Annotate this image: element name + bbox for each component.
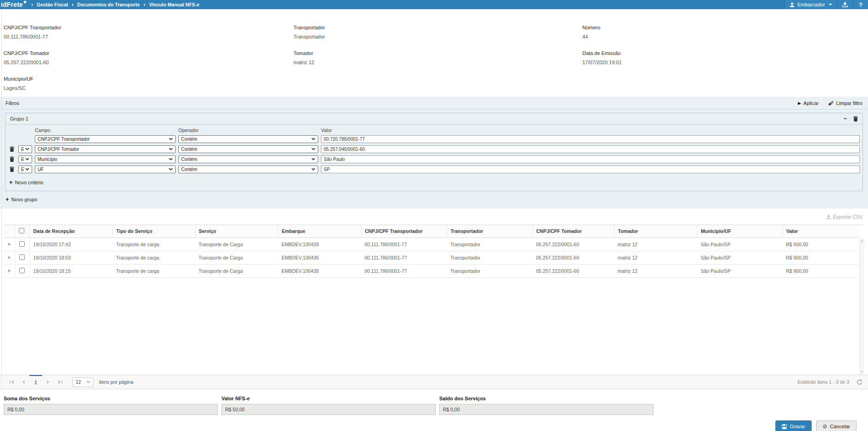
operador-select[interactable]: Contém xyxy=(178,135,318,143)
pagination-right: Exibindo itens 1 - 3 de 3 xyxy=(797,379,862,385)
user-menu-button[interactable]: Embarcador xyxy=(785,0,837,9)
column-header-tipo-servico[interactable]: Tipo do Serviço xyxy=(112,225,195,238)
clear-filter-button[interactable]: Limpar filtro xyxy=(828,100,862,106)
breadcrumb-gestao-fiscal[interactable]: Gestão Fiscal xyxy=(37,2,68,7)
operador-select-value: Contém xyxy=(181,137,311,142)
delete-criterion-button[interactable] xyxy=(8,156,16,162)
save-button-label: Gravar xyxy=(790,424,805,429)
download-button[interactable] xyxy=(837,0,853,9)
valor-input[interactable] xyxy=(321,166,860,173)
add-criterion-button[interactable]: + Novo critério xyxy=(9,180,862,185)
app-logo[interactable]: idFrete xyxy=(0,1,25,8)
table-cell: Transporte de Carga xyxy=(195,238,278,251)
column-header-transportador[interactable]: Transportador xyxy=(447,225,532,238)
previous-page-button[interactable] xyxy=(17,375,29,389)
collapse-group-button[interactable]: − xyxy=(843,116,847,121)
export-csv-button[interactable]: Exportar CSV xyxy=(826,214,862,220)
operador-select[interactable]: Contém xyxy=(178,145,318,153)
select-all-checkbox[interactable] xyxy=(19,228,24,233)
delete-group-button[interactable] xyxy=(853,116,858,122)
row-checkbox[interactable] xyxy=(19,254,25,260)
column-header-municipio-uf[interactable]: Município/UF xyxy=(697,225,782,238)
valor-nfse-input[interactable] xyxy=(221,404,436,415)
row-checkbox[interactable] xyxy=(19,241,25,247)
row-checkbox[interactable] xyxy=(19,268,25,273)
help-icon: ? xyxy=(859,1,862,8)
refresh-button[interactable] xyxy=(857,379,862,385)
last-page-button[interactable] xyxy=(54,375,66,389)
cancel-button[interactable]: ⊘ Cancelar xyxy=(816,420,857,431)
column-header-cnpj-transportador[interactable]: CNPJ/CPF Transportador xyxy=(361,225,447,238)
field-label: Tomador xyxy=(293,50,582,56)
column-header-cnpj-tomador[interactable]: CNPJ/CPF Tomador xyxy=(532,225,614,238)
conjunction-select[interactable]: E xyxy=(18,155,32,163)
first-page-button[interactable] xyxy=(6,375,17,389)
expand-column-header xyxy=(4,225,15,238)
add-group-button[interactable]: + Novo grupo xyxy=(6,197,868,202)
operador-select[interactable]: Contém xyxy=(178,155,318,163)
conjunction-select[interactable]: E xyxy=(18,166,32,173)
expand-row-button[interactable]: + xyxy=(7,254,11,261)
column-header-tomador[interactable]: Tomador xyxy=(614,225,697,238)
filter-group-title: Grupo 1 xyxy=(10,116,28,122)
field-value: Transportador xyxy=(293,34,582,39)
column-header-embarque[interactable]: Embarque xyxy=(278,225,361,238)
table-scrollbar[interactable]: ▲ ▼ xyxy=(859,238,864,375)
table-cell: EMBDEV.100428 xyxy=(278,238,361,251)
page-number-1[interactable]: 1 xyxy=(29,375,42,389)
field-value: 05.257.222/0001-60 xyxy=(4,60,293,65)
chevron-right-icon: › xyxy=(31,1,33,8)
valor-input[interactable] xyxy=(321,155,860,163)
cancel-icon: ⊘ xyxy=(823,423,827,430)
field-label: Data de Emissão xyxy=(582,50,868,56)
campo-select[interactable]: Município xyxy=(35,155,176,163)
campo-select[interactable]: UF xyxy=(35,166,176,173)
document-info-col2: Transportador Transportador Tomador matr… xyxy=(293,25,582,102)
criterion-row-1: CNPJ/CPF Transportador Contém xyxy=(6,134,862,144)
filters-panel: Filtros ▶ Aplicar Limpar filtro Grupo 1 … xyxy=(0,97,868,209)
scroll-down-icon[interactable]: ▼ xyxy=(860,370,864,373)
table-cell: R$ 900,00 xyxy=(782,238,859,251)
expand-row-button[interactable]: + xyxy=(7,268,11,274)
apply-filter-button[interactable]: ▶ Aplicar xyxy=(798,100,819,106)
campo-select[interactable]: CNPJ/CPF Tomador xyxy=(35,145,176,153)
valor-input[interactable] xyxy=(321,135,860,143)
eraser-icon xyxy=(828,101,834,105)
user-icon xyxy=(790,2,795,7)
scroll-up-icon[interactable]: ▲ xyxy=(860,239,864,242)
table-cell: 19/10/2020 18:03 xyxy=(29,251,112,264)
valor-input[interactable] xyxy=(321,145,860,153)
breadcrumb-documentos-transporte[interactable]: Documentos do Transporte xyxy=(77,2,140,7)
expand-row-button[interactable]: + xyxy=(7,241,11,248)
filter-group-tools: − xyxy=(843,116,858,122)
saldo-servicos-input[interactable] xyxy=(439,404,653,415)
column-header-servico[interactable]: Serviço xyxy=(195,225,278,238)
field-tomador: Tomador matriz 12 xyxy=(293,50,582,65)
soma-servicos-label: Soma dos Serviços xyxy=(4,396,218,401)
table-row: + 19/10/2020 18:03 Transporte de carga T… xyxy=(4,251,859,264)
filter-group-header: Grupo 1 − xyxy=(6,113,862,125)
field-value: 17/07/2020 19:01 xyxy=(582,60,868,65)
page-size-select[interactable]: 12 xyxy=(72,377,94,387)
field-cnpj-tomador: CNPJ/CPF Tomador 05.257.222/0001-60 xyxy=(4,50,293,65)
help-button[interactable]: ? xyxy=(853,0,868,9)
delete-criterion-button[interactable] xyxy=(8,166,16,172)
criterion-row-2: E CNPJ/CPF Tomador Contém xyxy=(6,144,862,154)
operador-select[interactable]: Contém xyxy=(178,166,318,173)
chevron-down-icon xyxy=(169,158,173,160)
breadcrumb-vinculo-manual-nfse[interactable]: Vinculo Manual NFS-e xyxy=(149,2,199,7)
next-page-button[interactable] xyxy=(42,375,54,389)
campo-column-label: Campo xyxy=(35,127,176,133)
new-criterion-row: + Novo critério xyxy=(6,174,862,191)
delete-criterion-button[interactable] xyxy=(8,146,16,152)
conjunction-select-value: E xyxy=(21,167,25,172)
save-button[interactable]: Gravar xyxy=(775,420,812,431)
column-header-valor[interactable]: Valor xyxy=(782,225,859,238)
conjunction-select-value: E xyxy=(21,147,25,152)
column-header-data-recepcao[interactable]: Data de Recepção xyxy=(29,225,112,238)
campo-select-value: UF xyxy=(38,167,169,172)
conjunction-select[interactable]: E xyxy=(18,145,32,153)
soma-servicos-input[interactable] xyxy=(4,404,218,415)
chevron-down-icon xyxy=(311,138,315,140)
campo-select[interactable]: CNPJ/CPF Transportador xyxy=(35,135,176,143)
